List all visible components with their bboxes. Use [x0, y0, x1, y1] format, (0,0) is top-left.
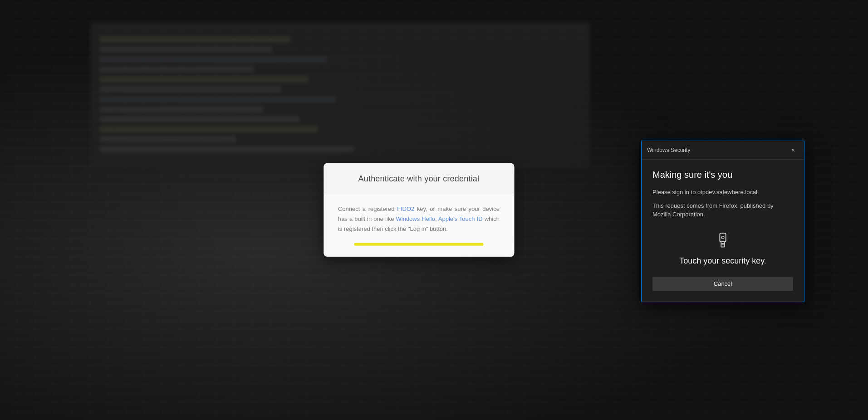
win-dialog-title-text: Windows Security — [647, 147, 690, 153]
windows-hello-highlight: Windows Hello — [396, 215, 435, 222]
windows-security-dialog: Windows Security × Making sure it's you … — [641, 141, 804, 302]
authenticate-dialog: Authenticate with your credential Connec… — [324, 163, 514, 257]
win-close-button[interactable]: × — [788, 145, 799, 156]
win-dialog-content: Making sure it's you Please sign in to o… — [642, 160, 804, 302]
win-dialog-sign-in-text: Please sign in to otpdev.safewhere.local… — [652, 188, 793, 197]
security-key-icon — [714, 232, 732, 250]
svg-rect-1 — [721, 242, 725, 247]
win-dialog-titlebar: Windows Security × — [642, 141, 804, 160]
win-dialog-touch-text: Touch your security key. — [679, 256, 766, 266]
apple-touch-highlight: Apple's Touch ID — [438, 215, 483, 222]
svg-rect-0 — [720, 233, 726, 242]
auth-dialog-body: Connect a registered FIDO2 key, or make … — [324, 193, 514, 257]
win-dialog-key-area: Touch your security key. — [652, 232, 793, 266]
auth-dialog-text: Connect a registered FIDO2 key, or make … — [338, 204, 500, 234]
win-dialog-request-text: This request comes from Firefox, publish… — [652, 201, 793, 219]
fido2-highlight: FIDO2 — [397, 205, 414, 212]
bg-code-lines — [100, 36, 508, 156]
auth-dialog-title: Authenticate with your credential — [334, 174, 503, 184]
win-cancel-button[interactable]: Cancel — [652, 277, 793, 291]
auth-dialog-header: Authenticate with your credential — [324, 163, 514, 193]
security-key-svg — [716, 232, 730, 249]
win-dialog-heading: Making sure it's you — [652, 169, 793, 181]
svg-point-2 — [721, 236, 724, 239]
auth-progress-bar — [354, 243, 483, 246]
